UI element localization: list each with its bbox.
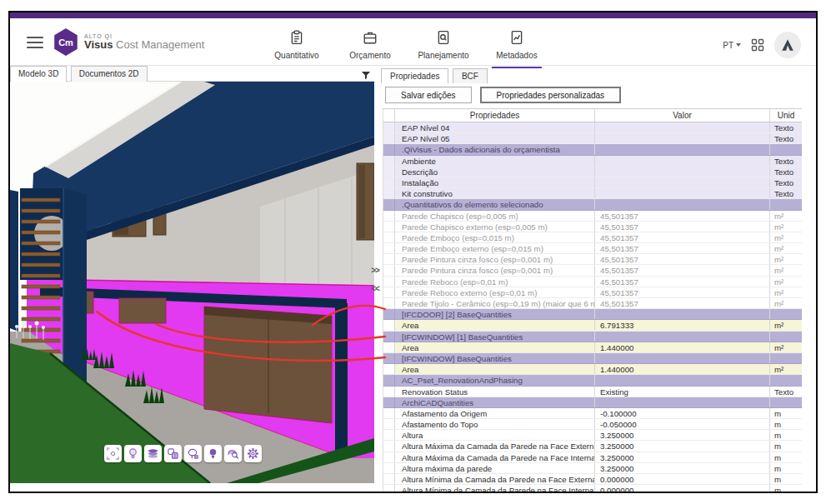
prop-name-cell: Parede Reboco externo (esp=0,01 m) <box>395 287 595 297</box>
table-row[interactable]: Altura Mínima da Camada da Parede na Fac… <box>383 474 802 485</box>
bulb-filled-icon[interactable] <box>204 445 222 462</box>
table-row[interactable]: Parede Pintura cinza fosco (esp=0,001 m)… <box>383 254 802 265</box>
layers-icon[interactable] <box>144 445 162 462</box>
prop-name-cell: Renovation Status <box>395 387 595 397</box>
inspect-icon[interactable] <box>224 445 242 462</box>
prop-value-cell: -0.100000 <box>595 408 770 418</box>
prop-value-cell <box>595 122 770 132</box>
table-row[interactable]: Area1.440000m² <box>383 364 802 375</box>
nav-planejamento[interactable]: Planejamento <box>407 25 480 65</box>
prop-name-cell: Altura <box>395 430 595 440</box>
table-row[interactable]: Area6.791333m² <box>383 320 802 331</box>
prop-unit-cell <box>770 397 802 407</box>
table-row[interactable]: Parede Chapisco (esp=0,005 m)45,501357m² <box>383 211 802 222</box>
table-row[interactable]: Parede Pintura cinza fosco (esp=0,001 m)… <box>383 265 802 276</box>
nav-quantitativo[interactable]: Quantitativo <box>260 25 333 65</box>
table-group-row[interactable]: AC_Pset_RenovationAndPhasing <box>383 375 802 386</box>
prop-name-cell: Area <box>395 320 595 330</box>
tab-bcf[interactable]: BCF <box>453 68 488 83</box>
table-row[interactable]: Altura3.250000m <box>383 430 802 441</box>
table-row[interactable]: Kit construtivoTexto <box>383 188 802 199</box>
prop-unit-cell: m² <box>770 320 802 330</box>
prop-unit-cell: Texto <box>770 167 802 177</box>
prop-unit-cell: m² <box>770 298 802 308</box>
group-select-icon[interactable] <box>164 445 182 462</box>
prop-value-cell: 6.791333 <box>595 320 770 330</box>
prop-value-cell <box>595 397 770 407</box>
table-group-row[interactable]: .QiVisus - Dados adicionais do orçamenti… <box>383 144 802 155</box>
save-edits-button[interactable]: Salvar edições <box>385 87 472 103</box>
prop-name-cell: [IFCWINDOW] [1] BaseQuantities <box>395 332 595 342</box>
prop-value-cell: 45,501357 <box>595 211 770 221</box>
table-group-row[interactable]: [IFCWINDOW] BaseQuantities <box>383 353 802 364</box>
user-avatar[interactable] <box>774 32 801 58</box>
custom-properties-button[interactable]: Propriedades personalizadas <box>480 87 622 103</box>
table-row[interactable]: Renovation StatusExistingTexto <box>383 387 802 397</box>
table-row[interactable]: Parede Chapisco externo (esp=0,005 m)45,… <box>383 222 802 232</box>
table-header-row: Propriedades Valor Unid <box>383 109 802 122</box>
lasso-icon[interactable] <box>184 445 202 462</box>
properties-panel: Propriedades BCF Salvar edições Propried… <box>381 68 804 493</box>
prop-unit-cell: m² <box>770 342 802 352</box>
table-group-row[interactable]: [IFCDOOR] [2] BaseQuantities <box>383 309 802 320</box>
prop-unit-cell: m² <box>770 211 802 221</box>
col-valor: Valor <box>595 109 770 122</box>
prop-value-cell: 45,501357 <box>595 222 770 232</box>
table-row[interactable]: Parede Tijolo - Cerâmico (esp=0,19 m) (m… <box>383 298 802 309</box>
table-row[interactable]: Parede Reboco (esp=0,01 m)45,501357m² <box>383 277 802 287</box>
bulb-outline-icon[interactable] <box>124 445 142 462</box>
panel-collapse-button[interactable]: << <box>368 284 382 296</box>
prop-value-cell: 45,501357 <box>595 265 770 275</box>
table-row[interactable]: DescriçãoTexto <box>383 167 802 177</box>
table-row[interactable]: Altura Mínima da Camada da Parede na Fac… <box>383 485 802 492</box>
filter-icon[interactable] <box>361 68 371 78</box>
app-header: Cm ALTO QI Visus Cost Management Quantit… <box>10 18 816 66</box>
prop-name-cell: ArchiCADQuantities <box>395 397 595 407</box>
prop-name-cell: Parede Pintura cinza fosco (esp=0,001 m) <box>395 265 595 275</box>
table-row[interactable]: AmbienteTexto <box>383 156 802 167</box>
table-group-row[interactable]: .Quantitativos do elemento selecionado <box>383 199 802 210</box>
table-row[interactable]: Parede Emboço externo (esp=0,015 m)45,50… <box>383 243 802 254</box>
prop-unit-cell: Texto <box>770 156 802 166</box>
table-row[interactable]: Altura Máxima da Camada da Parede na Fac… <box>383 441 802 452</box>
table-row[interactable]: Parede Reboco externo (esp=0,01 m)45,501… <box>383 287 802 298</box>
prop-value-cell: 0.000000 <box>595 485 770 492</box>
prop-unit-cell: m² <box>770 232 802 242</box>
prop-unit-cell: m² <box>770 364 802 374</box>
prop-value-cell <box>595 375 770 385</box>
table-row[interactable]: EAP Nível 05Texto <box>383 133 802 144</box>
table-row[interactable]: Parede Emboço (esp=0,015 m)45,501357m² <box>383 232 802 243</box>
prop-name-cell: EAP Nível 05 <box>395 133 595 143</box>
prop-unit-cell: Texto <box>770 188 802 198</box>
document-chart-icon <box>509 30 524 45</box>
table-row[interactable]: Afastamento da Origem-0.100000m <box>383 408 802 419</box>
table-row[interactable]: Afastamento do Topo-0.050000m <box>383 419 802 430</box>
table-row[interactable]: Altura Máxima da Camada da Parede na Fac… <box>383 452 802 463</box>
table-row[interactable]: InstalaçãoTexto <box>383 177 802 188</box>
tab-propriedades[interactable]: Propriedades <box>381 68 448 83</box>
table-group-row[interactable]: [IFCWINDOW] [1] BaseQuantities <box>383 332 802 342</box>
hamburger-menu-icon[interactable] <box>27 37 43 48</box>
viewer-tab-bar: Modelo 3D Documentos 2D <box>10 66 374 82</box>
tab-documentos-2d[interactable]: Documentos 2D <box>71 66 148 82</box>
prop-name-cell: [IFCDOOR] [2] BaseQuantities <box>395 309 595 319</box>
3d-viewport[interactable] <box>10 82 374 483</box>
nav-label: Metadados <box>480 51 553 60</box>
table-row[interactable]: Area1.440000m² <box>383 342 802 353</box>
apps-grid-icon[interactable] <box>751 38 764 52</box>
table-group-row[interactable]: ArchiCADQuantities <box>383 397 802 408</box>
prop-name-cell: .QiVisus - Dados adicionais do orçamenti… <box>395 144 595 154</box>
language-selector[interactable]: PT <box>723 41 741 50</box>
nav-metadados[interactable]: Metadados <box>480 25 553 65</box>
table-row[interactable]: EAP Nível 04Texto <box>383 122 802 133</box>
settings-icon[interactable] <box>244 445 262 462</box>
prop-value-cell <box>595 199 770 209</box>
panel-expand-button[interactable]: >> <box>368 266 382 277</box>
prop-name-cell: Area <box>395 364 595 374</box>
table-row[interactable]: Altura máxima da parede3.250000m <box>383 463 802 474</box>
nav-orçamento[interactable]: Orçamento <box>333 25 407 65</box>
fit-view-icon[interactable] <box>104 445 122 462</box>
prop-unit-cell: m² <box>770 277 802 287</box>
tab-modelo-3d[interactable]: Modelo 3D <box>10 66 67 82</box>
prop-value-cell <box>595 144 770 154</box>
